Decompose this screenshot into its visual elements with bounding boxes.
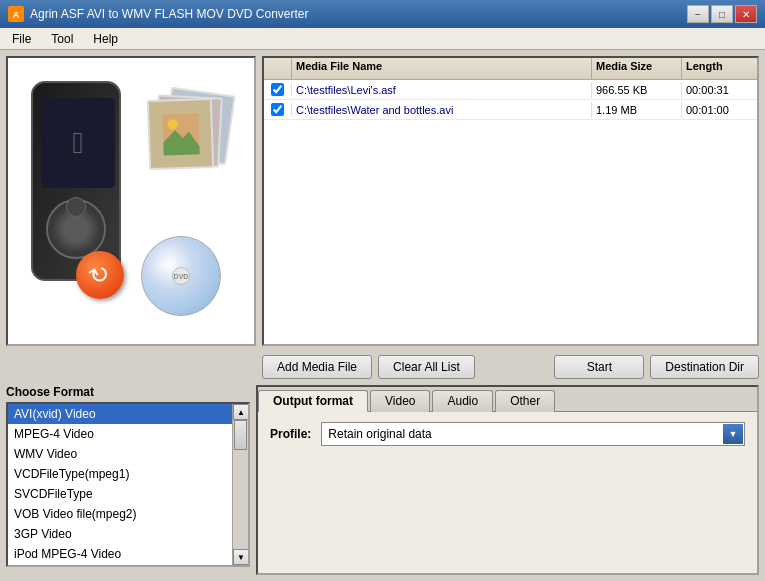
list-item[interactable]: AVI(xvid) Video xyxy=(8,404,232,424)
file-row-check-1[interactable] xyxy=(264,83,292,96)
minimize-button[interactable]: − xyxy=(687,5,709,23)
image-panel:  xyxy=(6,56,256,346)
window-controls: − □ ✕ xyxy=(687,5,757,23)
list-item[interactable]: 3GP Video xyxy=(8,524,232,544)
output-panel: Output format Video Audio Other Profile:… xyxy=(256,385,759,575)
scroll-up-button[interactable]: ▲ xyxy=(233,404,249,420)
list-item[interactable]: VCDFileType(mpeg1) xyxy=(8,464,232,484)
file-row-name-2: C:\testfiles\Water and bottles.avi xyxy=(292,102,592,118)
app-icon: A xyxy=(8,6,24,22)
refresh-arrow-icon: ↻ xyxy=(84,258,115,292)
app-title: Agrin ASF AVI to WMV FLASH MOV DVD Conve… xyxy=(30,7,309,21)
main-content:  xyxy=(0,50,765,581)
col-name-header: Media File Name xyxy=(292,58,592,79)
photo-card-3 xyxy=(147,98,214,170)
format-label: Choose Format xyxy=(6,385,250,399)
format-chooser: Choose Format AVI(xvid) Video MPEG-4 Vid… xyxy=(6,385,250,575)
scroll-thumb[interactable] xyxy=(234,420,247,450)
bottom-section: Choose Format AVI(xvid) Video MPEG-4 Vid… xyxy=(6,385,759,575)
clear-all-button[interactable]: Clear All List xyxy=(378,355,475,379)
tab-other[interactable]: Other xyxy=(495,390,555,412)
button-row: Add Media File Clear All List Start Dest… xyxy=(262,349,759,385)
list-item[interactable]: iPod MPEG-4 Video xyxy=(8,544,232,564)
destination-button[interactable]: Destination Dir xyxy=(650,355,759,379)
file-list-panel: Media File Name Media Size Length C:\tes… xyxy=(262,56,759,346)
start-button[interactable]: Start xyxy=(554,355,644,379)
dvd-center-label: DVD xyxy=(172,267,190,285)
scroll-down-button[interactable]: ▼ xyxy=(233,549,249,565)
tab-bar: Output format Video Audio Other xyxy=(258,387,757,412)
file-row-length-2: 00:01:00 xyxy=(682,102,757,118)
dvd-disc: DVD xyxy=(141,236,221,316)
close-button[interactable]: ✕ xyxy=(735,5,757,23)
file-checkbox-1[interactable] xyxy=(271,83,284,96)
convert-arrow: ↻ xyxy=(76,251,126,301)
file-row-name-1: C:\testfiles\Levi's.asf xyxy=(292,82,592,98)
table-row[interactable]: C:\testfiles\Water and bottles.avi 1.19 … xyxy=(264,100,757,120)
add-media-button[interactable]: Add Media File xyxy=(262,355,372,379)
photo-image-icon xyxy=(160,111,202,157)
format-list-items: AVI(xvid) Video MPEG-4 Video WMV Video V… xyxy=(8,404,232,565)
format-scrollbar: ▲ ▼ xyxy=(232,404,248,565)
file-row-check-2[interactable] xyxy=(264,103,292,116)
menu-file[interactable]: File xyxy=(4,30,39,48)
format-list: AVI(xvid) Video MPEG-4 Video WMV Video V… xyxy=(6,402,250,567)
device-illustration:  xyxy=(21,71,241,331)
list-item[interactable]: MPEG-4 Video xyxy=(8,424,232,444)
photos-stack xyxy=(141,91,231,171)
maximize-button[interactable]: □ xyxy=(711,5,733,23)
col-size-header: Media Size xyxy=(592,58,682,79)
ipod-wheel xyxy=(46,199,106,259)
list-item[interactable]: WMV Video xyxy=(8,444,232,464)
list-item[interactable]: VOB Video file(mpeg2) xyxy=(8,504,232,524)
svg-text:A: A xyxy=(13,10,20,20)
file-row-length-1: 00:00:31 xyxy=(682,82,757,98)
profile-row: Profile: Retain original data Custom ▼ xyxy=(270,422,745,446)
file-list-header: Media File Name Media Size Length xyxy=(264,58,757,80)
file-list-body: C:\testfiles\Levi's.asf 966.55 KB 00:00:… xyxy=(264,80,757,344)
tab-content: Profile: Retain original data Custom ▼ xyxy=(258,412,757,456)
list-item[interactable]: SVCDFileType xyxy=(8,484,232,504)
menu-tool[interactable]: Tool xyxy=(43,30,81,48)
arrow-circle: ↻ xyxy=(76,251,124,299)
file-row-size-2: 1.19 MB xyxy=(592,102,682,118)
file-checkbox-2[interactable] xyxy=(271,103,284,116)
profile-select[interactable]: Retain original data Custom xyxy=(321,422,745,446)
tab-output-format[interactable]: Output format xyxy=(258,390,368,412)
title-bar: A Agrin ASF AVI to WMV FLASH MOV DVD Con… xyxy=(0,0,765,28)
profile-select-wrapper: Retain original data Custom ▼ xyxy=(321,422,745,446)
apple-logo-icon:  xyxy=(73,126,84,160)
list-item[interactable]: iPhone Video xyxy=(8,564,232,565)
scroll-track xyxy=(233,420,248,549)
col-check xyxy=(264,58,292,79)
file-row-size-1: 966.55 KB xyxy=(592,82,682,98)
ipod-screen:  xyxy=(41,98,115,188)
tab-video[interactable]: Video xyxy=(370,390,430,412)
tab-audio[interactable]: Audio xyxy=(432,390,493,412)
col-length-header: Length xyxy=(682,58,757,79)
table-row[interactable]: C:\testfiles\Levi's.asf 966.55 KB 00:00:… xyxy=(264,80,757,100)
ipod-center-button xyxy=(66,197,86,217)
profile-label: Profile: xyxy=(270,427,311,441)
menu-bar: File Tool Help xyxy=(0,28,765,50)
menu-help[interactable]: Help xyxy=(85,30,126,48)
top-section:  xyxy=(6,56,759,349)
